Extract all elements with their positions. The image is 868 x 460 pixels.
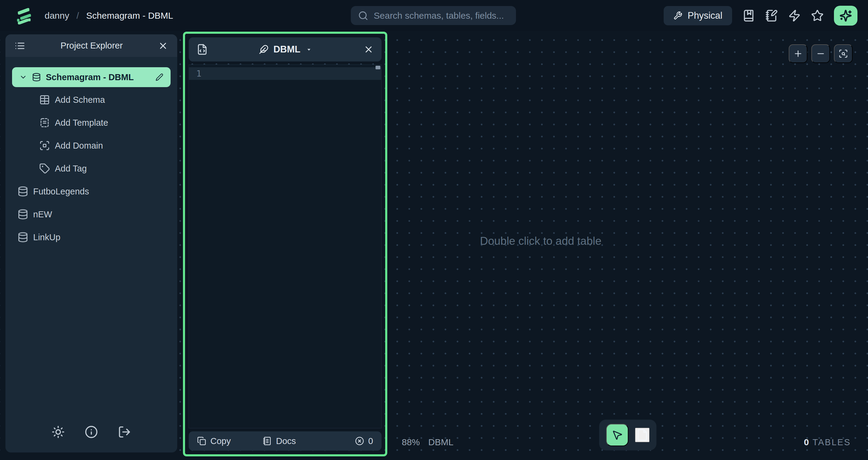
zoom-level: 88% <box>402 437 420 447</box>
topbar-actions: Physical <box>664 0 858 31</box>
sidebar-item-futbolegends[interactable]: FutboLegends <box>5 180 177 203</box>
sidebar-item-label: Add Domain <box>55 141 103 151</box>
docs-icon <box>263 436 272 446</box>
feather-icon <box>259 44 269 54</box>
close-icon[interactable] <box>364 44 374 55</box>
list-icon[interactable] <box>14 40 25 51</box>
docs-button[interactable]: Docs <box>263 436 296 446</box>
notes-button[interactable] <box>765 9 778 22</box>
select-tool-button[interactable] <box>606 424 628 446</box>
ai-assistant-button[interactable] <box>834 6 858 26</box>
table-count-label: TABLES <box>812 437 851 447</box>
file-code-icon[interactable] <box>196 44 208 55</box>
tag-icon <box>39 163 50 174</box>
file-icon <box>636 429 649 441</box>
zoom-controls <box>789 44 852 63</box>
error-count: 0 <box>355 436 373 446</box>
sidebar-item-label: FutboLegends <box>33 187 89 196</box>
info-icon[interactable] <box>85 425 98 438</box>
project-explorer-header: Project Explorer <box>5 34 177 57</box>
circle-x-icon <box>355 436 364 446</box>
editor-footer: Copy Docs 0 <box>189 431 381 451</box>
table-count: 0 TABLES <box>804 437 851 447</box>
zoom-out-button[interactable] <box>811 44 830 63</box>
project-explorer-title: Project Explorer <box>25 41 158 51</box>
project-explorer-panel: Project Explorer Schemagram - DBML Add S… <box>5 34 177 453</box>
pointer-toolbar <box>599 420 656 450</box>
search-bar <box>351 6 516 25</box>
sidebar-item-add-schema[interactable]: Add Schema <box>5 88 177 111</box>
app-logo[interactable] <box>16 7 32 24</box>
editor-scrollbar-thumb[interactable] <box>375 66 380 69</box>
copy-button[interactable]: Copy <box>197 436 231 446</box>
close-icon[interactable] <box>158 41 168 51</box>
zoom-fit-button[interactable] <box>834 44 852 63</box>
star-icon <box>811 9 824 22</box>
database-icon <box>32 73 41 82</box>
sidebar-item-new[interactable]: nEW <box>5 203 177 226</box>
sidebar-item-add-tag[interactable]: Add Tag <box>5 157 177 180</box>
chevron-down-icon[interactable] <box>19 73 27 81</box>
search-icon <box>358 10 368 21</box>
canvas-mode-label: DBML <box>428 437 453 447</box>
project-item-label: Schemagram - DBML <box>46 72 151 82</box>
line-number: 1 <box>196 68 201 79</box>
sidebar-item-linkup[interactable]: LinkUp <box>5 226 177 249</box>
schema-mode-label: Physical <box>688 10 722 21</box>
sidebar-item-label: Add Tag <box>55 164 87 174</box>
docs-label: Docs <box>276 436 296 446</box>
edit-pencil-icon[interactable] <box>156 73 163 81</box>
sidebar-spacer <box>5 249 177 425</box>
sidebar-item-label: LinkUp <box>33 233 60 242</box>
copy-label: Copy <box>210 436 231 446</box>
scan-search-icon <box>838 49 848 59</box>
logout-icon[interactable] <box>118 425 131 438</box>
sidebar-item-project[interactable]: Schemagram - DBML <box>12 67 170 87</box>
database-icon <box>18 209 28 220</box>
sidebar-footer <box>5 425 177 453</box>
canvas-statusbar: 88% DBML <box>402 437 453 447</box>
database-icon <box>18 232 28 243</box>
editor-active-line[interactable]: 1 <box>189 67 381 80</box>
zoom-in-button[interactable] <box>789 44 807 63</box>
canvas-empty-message: Double click to add table <box>480 235 601 247</box>
new-table-tool-button[interactable] <box>635 428 650 442</box>
schema-mode-button[interactable]: Physical <box>664 6 732 25</box>
table-icon <box>39 94 50 105</box>
caret-down-icon <box>305 46 313 53</box>
sidebar-item-add-template[interactable]: Add Template <box>5 111 177 134</box>
theme-sun-icon[interactable] <box>52 425 65 438</box>
minus-icon <box>816 49 826 59</box>
plus-icon <box>793 49 803 59</box>
sidebar-item-label: Add Template <box>55 118 108 128</box>
table-count-number: 0 <box>804 437 809 447</box>
breadcrumb-separator: / <box>76 10 79 21</box>
language-label: DBML <box>273 44 301 55</box>
code-editor[interactable]: 1 <box>189 64 381 428</box>
breadcrumb: danny / Schemagram - DBML <box>44 10 173 21</box>
search-input[interactable] <box>374 10 509 21</box>
zap-icon <box>788 9 801 22</box>
wrench-icon <box>673 11 682 20</box>
language-selector[interactable]: DBML <box>208 44 364 55</box>
editor-header: DBML <box>189 37 381 61</box>
favorites-button[interactable] <box>811 9 824 22</box>
app: Double click to add table 88% DBML 0 TAB… <box>0 0 868 460</box>
book-marked-icon <box>742 9 755 22</box>
template-icon <box>39 117 50 128</box>
quick-actions-button[interactable] <box>788 9 801 22</box>
project-tree: Schemagram - DBML Add Schema Add Templat… <box>5 57 177 249</box>
copy-icon <box>197 436 206 446</box>
topbar: danny / Schemagram - DBML Physical <box>0 0 868 31</box>
notebook-pen-icon <box>765 9 778 22</box>
sidebar-item-label: Add Schema <box>55 95 105 105</box>
breadcrumb-user[interactable]: danny <box>44 10 69 21</box>
sidebar-item-add-domain[interactable]: Add Domain <box>5 134 177 157</box>
database-icon <box>18 186 28 197</box>
scan-box-icon <box>39 140 50 151</box>
sidebar-item-label: nEW <box>33 210 52 219</box>
dbml-editor-panel: DBML 1 Copy Docs 0 <box>183 32 387 456</box>
bookmarks-button[interactable] <box>742 9 755 22</box>
breadcrumb-project[interactable]: Schemagram - DBML <box>86 10 173 21</box>
sparkles-icon <box>839 9 852 22</box>
